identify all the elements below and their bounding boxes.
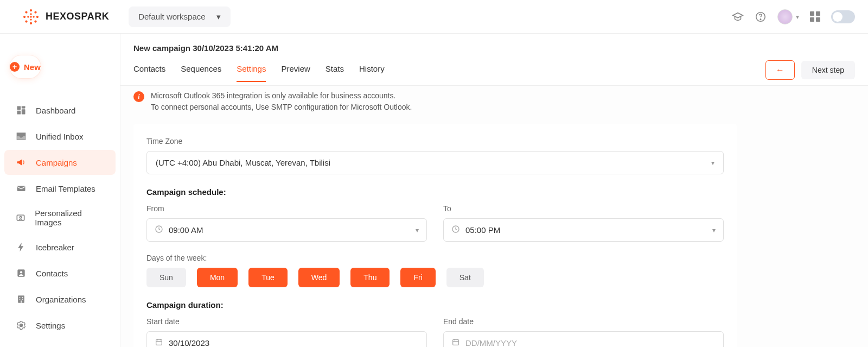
from-time-select[interactable]: 09:00 AM ▾ (146, 218, 427, 242)
sidebar-item-organizations[interactable]: Organizations (4, 287, 116, 312)
sidebar-item-label: Unified Inbox (36, 132, 84, 141)
chevron-down-icon: ▾ (796, 13, 799, 21)
day-sat[interactable]: Sat (446, 268, 484, 287)
to-label: To (443, 204, 724, 213)
dashboard-icon (15, 104, 27, 116)
calendar-icon (155, 338, 163, 347)
page-title: New campaign 30/10/2023 5:41:20 AM (133, 43, 855, 53)
tab-history[interactable]: History (359, 64, 385, 82)
svg-point-6 (23, 15, 25, 17)
main-content: New campaign 30/10/2023 5:41:20 AM Conta… (120, 34, 868, 347)
contact-icon (15, 267, 27, 279)
tab-sequences[interactable]: Sequences (181, 64, 221, 82)
svg-point-4 (30, 22, 32, 24)
building-icon (15, 293, 27, 305)
sidebar-item-templates[interactable]: Email Templates (4, 176, 116, 201)
schedule-title: Campaign schedule: (146, 187, 724, 197)
bolt-icon (15, 241, 27, 253)
info-line-2: To connect personal accounts, Use SMTP c… (151, 102, 412, 113)
sidebar-item-campaigns[interactable]: Campaigns (4, 150, 116, 175)
svg-point-1 (34, 11, 36, 13)
user-menu[interactable]: ▾ (777, 9, 799, 24)
svg-rect-20 (17, 186, 25, 191)
svg-point-7 (25, 11, 27, 13)
svg-rect-17 (22, 109, 25, 114)
logo[interactable]: HEXOSPARK (22, 8, 109, 26)
info-icon: i (133, 91, 144, 102)
day-thu[interactable]: Thu (350, 268, 390, 287)
duration-title: Campaign duration: (146, 300, 724, 310)
sidebar-item-label: Email Templates (36, 184, 95, 193)
start-date-input[interactable]: 30/10/2023 (146, 331, 427, 347)
svg-rect-27 (22, 297, 23, 298)
apps-icon[interactable] (810, 11, 820, 22)
svg-point-22 (20, 217, 21, 218)
end-date-label: End date (443, 317, 724, 326)
mail-icon (15, 182, 27, 194)
end-date-input[interactable]: DD/MM/YYYY (443, 331, 724, 347)
workspace-selected: Default workspace (138, 12, 205, 21)
day-tue[interactable]: Tue (248, 268, 288, 287)
tab-preview[interactable]: Preview (281, 64, 310, 82)
sidebar-item-icebreaker[interactable]: Icebreaker (4, 235, 116, 260)
to-time-select[interactable]: 05:00 PM ▾ (443, 218, 724, 242)
svg-point-0 (30, 9, 32, 11)
timezone-value: (UTC +4:00) Abu Dhabi, Muscat, Yerevan, … (156, 158, 330, 167)
svg-rect-34 (453, 339, 459, 345)
tab-contacts[interactable]: Contacts (133, 64, 165, 82)
calendar-icon (451, 338, 460, 347)
clock-icon (451, 225, 460, 235)
academy-icon[interactable] (732, 11, 744, 23)
svg-rect-29 (22, 299, 23, 300)
chevron-down-icon: ▾ (216, 12, 221, 22)
svg-rect-26 (20, 297, 21, 298)
chevron-down-icon: ▾ (416, 226, 419, 234)
back-button[interactable]: ← (765, 60, 795, 80)
svg-point-10 (30, 18, 31, 20)
next-step-button[interactable]: Next step (801, 61, 855, 79)
sidebar-item-label: Organizations (36, 295, 86, 304)
sidebar-item-settings[interactable]: Settings (4, 313, 116, 338)
day-mon[interactable]: Mon (197, 268, 238, 287)
svg-rect-15 (17, 106, 21, 110)
sidebar-item-label: Settings (36, 321, 65, 330)
sidebar-item-label: Dashboard (36, 106, 75, 115)
new-button[interactable]: + New (10, 55, 41, 78)
plus-icon: + (10, 62, 20, 72)
chevron-down-icon: ▾ (711, 159, 714, 167)
svg-rect-16 (22, 106, 25, 109)
from-label: From (146, 204, 427, 213)
svg-rect-28 (20, 299, 21, 300)
workspace-selector[interactable]: Default workspace ▾ (129, 7, 230, 27)
sidebar-item-label: Icebreaker (36, 243, 74, 252)
sidebar-item-label: Personalized Images (35, 209, 105, 227)
svg-rect-18 (17, 111, 21, 115)
sidebar-item-dashboard[interactable]: Dashboard (4, 98, 116, 123)
day-fri[interactable]: Fri (400, 268, 435, 287)
sidebar: + New Dashboard Unified Inbox Campaigns … (0, 34, 120, 347)
timezone-label: Time Zone (146, 137, 724, 146)
timezone-select[interactable]: (UTC +4:00) Abu Dhabi, Muscat, Yerevan, … (146, 151, 724, 174)
arrow-left-icon: ← (776, 65, 784, 75)
sidebar-item-contacts[interactable]: Contacts (4, 261, 116, 286)
brand-text: HEXOSPARK (46, 11, 109, 22)
avatar (777, 9, 793, 24)
start-date-label: Start date (146, 317, 427, 326)
svg-rect-30 (21, 301, 22, 303)
theme-toggle[interactable] (831, 10, 855, 23)
days-row: Sun Mon Tue Wed Thu Fri Sat (146, 268, 724, 287)
day-wed[interactable]: Wed (298, 268, 340, 287)
sidebar-item-images[interactable]: Personalized Images (4, 202, 116, 234)
help-icon[interactable] (755, 11, 767, 23)
sidebar-item-inbox[interactable]: Unified Inbox (4, 124, 116, 149)
day-sun[interactable]: Sun (146, 268, 186, 287)
topbar: HEXOSPARK Default workspace ▾ ▾ (0, 0, 868, 34)
main-header: New campaign 30/10/2023 5:41:20 AM Conta… (120, 34, 868, 86)
inbox-icon (15, 130, 27, 142)
to-time-value: 05:00 PM (465, 225, 707, 235)
tab-stats[interactable]: Stats (326, 64, 344, 82)
tab-settings[interactable]: Settings (237, 64, 266, 82)
svg-point-3 (34, 20, 36, 22)
chevron-down-icon: ▾ (712, 226, 716, 234)
logo-icon (22, 8, 40, 26)
